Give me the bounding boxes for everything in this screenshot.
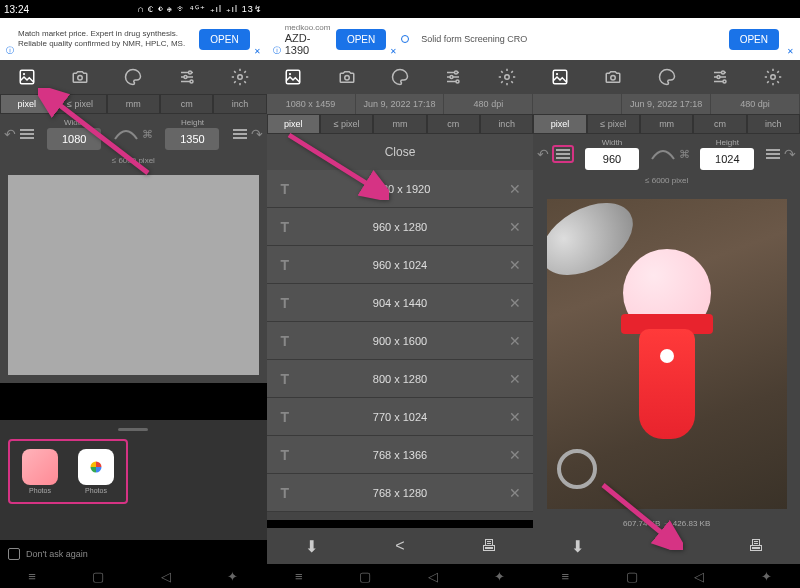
size-row[interactable]: T904 x 1440✕ bbox=[267, 284, 534, 322]
svg-point-16 bbox=[611, 76, 616, 81]
ad-close-icon[interactable]: ✕ bbox=[254, 47, 261, 56]
ad-open-button[interactable]: OPEN bbox=[199, 29, 249, 50]
size-row[interactable]: T768 x 1280✕ bbox=[267, 474, 534, 512]
delete-icon[interactable]: ✕ bbox=[497, 447, 533, 463]
delete-icon[interactable]: ✕ bbox=[497, 371, 533, 387]
size-row[interactable]: T960 x 1280✕ bbox=[267, 208, 534, 246]
palette-tab[interactable] bbox=[373, 60, 426, 94]
annotation-arrow-3 bbox=[593, 480, 683, 552]
ad-banner[interactable]: ⓘ medkoo.com AZD-1390 OPEN ✕ Solid form … bbox=[267, 18, 534, 60]
photos-app-1[interactable]: Photos bbox=[18, 449, 62, 494]
width-label: Width bbox=[577, 138, 646, 147]
palette-tab[interactable] bbox=[640, 60, 693, 94]
drag-handle[interactable] bbox=[118, 428, 148, 431]
delete-icon[interactable]: ✕ bbox=[497, 257, 533, 273]
settings-tab[interactable] bbox=[480, 60, 533, 94]
unit-cm[interactable]: cm bbox=[427, 114, 480, 134]
unit-inch[interactable]: inch bbox=[480, 114, 533, 134]
height-input[interactable]: 1024 bbox=[700, 148, 754, 170]
height-input[interactable]: 1350 bbox=[165, 128, 219, 150]
photos-app-2[interactable]: Photos bbox=[74, 449, 118, 494]
menu-icon-highlighted[interactable] bbox=[552, 145, 574, 163]
status-spacer bbox=[533, 0, 800, 18]
nav-menu[interactable]: ≡ bbox=[28, 569, 36, 584]
ad-close-icon[interactable]: ✕ bbox=[390, 47, 397, 56]
undo-icon[interactable]: ↶ bbox=[4, 126, 16, 142]
nav-accessibility[interactable]: ✦ bbox=[227, 569, 238, 584]
delete-icon[interactable]: ✕ bbox=[497, 219, 533, 235]
info-dpi: 480 dpi bbox=[711, 94, 800, 114]
svg-point-6 bbox=[238, 75, 243, 80]
ad-text: Match market price. Expert in drug synth… bbox=[18, 29, 195, 48]
google-photos-icon bbox=[78, 449, 114, 485]
unit-cm[interactable]: cm bbox=[160, 94, 213, 114]
nav-back[interactable]: ◁ bbox=[694, 569, 704, 584]
nav-back[interactable]: ◁ bbox=[161, 569, 171, 584]
height-label: Height bbox=[156, 118, 228, 127]
ad-banner[interactable]: ⓘ Match market price. Expert in drug syn… bbox=[0, 18, 267, 60]
adjust-tab[interactable] bbox=[427, 60, 480, 94]
svg-point-4 bbox=[184, 76, 187, 79]
size-row[interactable]: T900 x 1600✕ bbox=[267, 322, 534, 360]
svg-point-15 bbox=[556, 73, 558, 75]
nav-bar: ≡ ▢ ◁ ✦ bbox=[267, 564, 534, 588]
nav-home[interactable]: ▢ bbox=[626, 569, 638, 584]
dont-ask-row[interactable]: Don't ask again bbox=[8, 548, 88, 560]
size-row[interactable]: T768 x 1366✕ bbox=[267, 436, 534, 474]
nav-accessibility[interactable]: ✦ bbox=[761, 569, 772, 584]
width-input[interactable]: 960 bbox=[585, 148, 639, 170]
adjust-tab[interactable] bbox=[693, 60, 746, 94]
print-button[interactable]: 🖶 bbox=[711, 528, 800, 564]
redo-icon[interactable]: ↷ bbox=[784, 146, 796, 162]
nav-home[interactable]: ▢ bbox=[92, 569, 104, 584]
nav-back[interactable]: ◁ bbox=[428, 569, 438, 584]
delete-icon[interactable]: ✕ bbox=[497, 333, 533, 349]
unit-pixel[interactable]: pixel bbox=[533, 114, 586, 134]
unit-maxpixel[interactable]: ≤ pixel bbox=[587, 114, 640, 134]
link-icon[interactable]: ⌘ bbox=[679, 148, 690, 161]
swap-icon[interactable] bbox=[650, 147, 676, 161]
delete-icon[interactable]: ✕ bbox=[497, 181, 533, 197]
settings-tab[interactable] bbox=[213, 60, 266, 94]
type-icon: T bbox=[267, 333, 303, 349]
size-row[interactable]: T770 x 1024✕ bbox=[267, 398, 534, 436]
ad-open-button[interactable]: OPEN bbox=[336, 29, 386, 50]
redo-icon[interactable]: ↷ bbox=[251, 126, 263, 142]
delete-icon[interactable]: ✕ bbox=[497, 295, 533, 311]
svg-point-10 bbox=[455, 71, 458, 74]
camera-tab[interactable] bbox=[587, 60, 640, 94]
bottom-bar: ⬇ < 🖶 bbox=[267, 528, 534, 564]
unit-inch[interactable]: inch bbox=[213, 94, 266, 114]
nav-home[interactable]: ▢ bbox=[359, 569, 371, 584]
menu-icon[interactable] bbox=[19, 129, 35, 139]
unit-inch[interactable]: inch bbox=[747, 114, 800, 134]
ad-open-button[interactable]: OPEN bbox=[729, 29, 779, 50]
delete-icon[interactable]: ✕ bbox=[497, 485, 533, 501]
ad-close-icon[interactable]: ✕ bbox=[787, 47, 794, 56]
canvas-area bbox=[0, 167, 267, 383]
size-row[interactable]: T960 x 1024✕ bbox=[267, 246, 534, 284]
menu-icon-right[interactable] bbox=[232, 129, 248, 139]
preview-area bbox=[533, 187, 800, 517]
ad-banner[interactable]: OPEN ✕ bbox=[533, 18, 800, 60]
menu-icon-right[interactable] bbox=[765, 149, 781, 159]
print-button[interactable]: 🖶 bbox=[444, 528, 533, 564]
undo-icon[interactable]: ↶ bbox=[537, 146, 549, 162]
image-tab[interactable] bbox=[533, 60, 586, 94]
adjust-tab[interactable] bbox=[160, 60, 213, 94]
image-preview bbox=[547, 199, 787, 509]
nav-menu[interactable]: ≡ bbox=[295, 569, 303, 584]
image-tab[interactable] bbox=[267, 60, 320, 94]
checkbox[interactable] bbox=[8, 548, 20, 560]
nav-accessibility[interactable]: ✦ bbox=[494, 569, 505, 584]
unit-mm[interactable]: mm bbox=[640, 114, 693, 134]
size-row[interactable]: T800 x 1280✕ bbox=[267, 360, 534, 398]
settings-tab[interactable] bbox=[747, 60, 800, 94]
delete-icon[interactable]: ✕ bbox=[497, 409, 533, 425]
nav-bar: ≡ ▢ ◁ ✦ bbox=[533, 564, 800, 588]
share-button[interactable]: < bbox=[356, 528, 445, 564]
download-button[interactable]: ⬇ bbox=[267, 528, 356, 564]
nav-menu[interactable]: ≡ bbox=[562, 569, 570, 584]
camera-tab[interactable] bbox=[320, 60, 373, 94]
unit-cm[interactable]: cm bbox=[693, 114, 746, 134]
